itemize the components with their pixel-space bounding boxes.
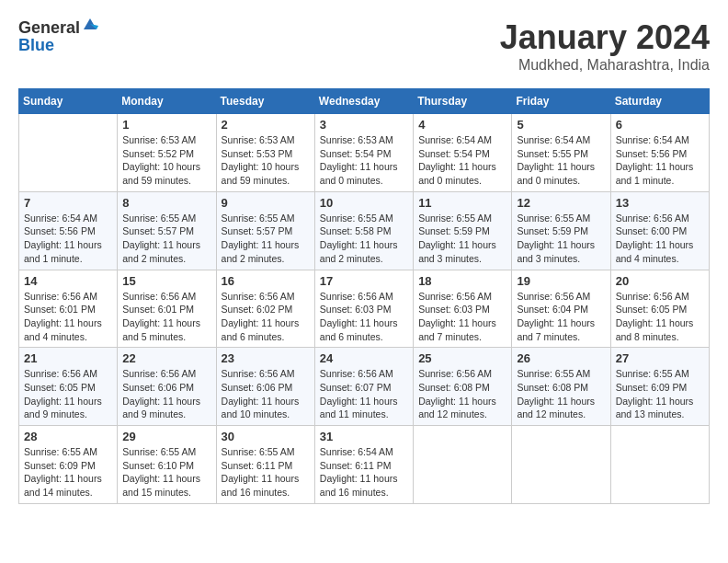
day-number: 17 — [320, 274, 408, 288]
header-monday: Monday — [118, 89, 216, 114]
day-info: Sunrise: 6:56 AM Sunset: 6:04 PM Dayligh… — [517, 290, 605, 344]
table-row: 24Sunrise: 6:56 AM Sunset: 6:07 PM Dayli… — [314, 348, 413, 426]
day-number: 24 — [320, 351, 408, 365]
table-row: 29Sunrise: 6:55 AM Sunset: 6:10 PM Dayli… — [118, 426, 216, 504]
day-info: Sunrise: 6:55 AM Sunset: 5:58 PM Dayligh… — [320, 212, 408, 266]
day-number: 20 — [616, 274, 704, 288]
day-number: 14 — [24, 274, 112, 288]
day-number: 13 — [616, 196, 704, 210]
calendar-header-row: Sunday Monday Tuesday Wednesday Thursday… — [19, 89, 710, 114]
day-number: 29 — [122, 430, 210, 443]
logo: General Blue — [18, 18, 98, 55]
day-info: Sunrise: 6:56 AM Sunset: 6:02 PM Dayligh… — [222, 290, 310, 344]
day-number: 12 — [517, 196, 605, 210]
page-header: General Blue January 2024 Mudkhed, Mahar… — [18, 18, 710, 74]
day-number: 5 — [517, 118, 605, 132]
day-info: Sunrise: 6:56 AM Sunset: 6:00 PM Dayligh… — [616, 212, 704, 266]
day-info: Sunrise: 6:54 AM Sunset: 5:56 PM Dayligh… — [616, 133, 704, 188]
header-sunday: Sunday — [19, 89, 118, 114]
day-info: Sunrise: 6:56 AM Sunset: 6:01 PM Dayligh… — [122, 290, 210, 344]
day-number: 28 — [24, 430, 112, 443]
day-number: 23 — [222, 351, 310, 365]
logo-icon — [82, 17, 98, 33]
day-number: 31 — [320, 430, 408, 443]
day-number: 7 — [24, 196, 112, 210]
table-row — [610, 426, 709, 504]
day-number: 30 — [222, 430, 310, 443]
table-row: 13Sunrise: 6:56 AM Sunset: 6:00 PM Dayli… — [610, 191, 709, 270]
day-number: 19 — [517, 274, 605, 288]
day-info: Sunrise: 6:55 AM Sunset: 5:57 PM Dayligh… — [122, 212, 210, 266]
day-info: Sunrise: 6:55 AM Sunset: 5:59 PM Dayligh… — [517, 212, 605, 266]
day-number: 15 — [122, 274, 210, 288]
day-number: 11 — [418, 196, 506, 210]
table-row: 8Sunrise: 6:55 AM Sunset: 5:57 PM Daylig… — [118, 191, 216, 270]
table-row: 30Sunrise: 6:55 AM Sunset: 6:11 PM Dayli… — [216, 426, 314, 504]
table-row: 19Sunrise: 6:56 AM Sunset: 6:04 PM Dayli… — [512, 270, 610, 348]
table-row: 31Sunrise: 6:54 AM Sunset: 6:11 PM Dayli… — [314, 426, 413, 504]
calendar-week-row: 21Sunrise: 6:56 AM Sunset: 6:05 PM Dayli… — [19, 348, 710, 426]
day-info: Sunrise: 6:53 AM Sunset: 5:53 PM Dayligh… — [222, 133, 310, 188]
day-info: Sunrise: 6:55 AM Sunset: 6:09 PM Dayligh… — [616, 367, 704, 421]
table-row: 23Sunrise: 6:56 AM Sunset: 6:06 PM Dayli… — [216, 348, 314, 426]
day-number: 22 — [122, 351, 210, 365]
table-row — [19, 114, 118, 192]
day-number: 26 — [517, 351, 605, 365]
table-row: 17Sunrise: 6:56 AM Sunset: 6:03 PM Dayli… — [314, 270, 413, 348]
table-row: 4Sunrise: 6:54 AM Sunset: 5:54 PM Daylig… — [414, 114, 512, 192]
day-info: Sunrise: 6:56 AM Sunset: 6:03 PM Dayligh… — [320, 290, 408, 344]
day-info: Sunrise: 6:53 AM Sunset: 5:52 PM Dayligh… — [122, 133, 210, 188]
day-number: 27 — [616, 351, 704, 365]
calendar-week-row: 14Sunrise: 6:56 AM Sunset: 6:01 PM Dayli… — [19, 270, 710, 348]
day-info: Sunrise: 6:56 AM Sunset: 6:05 PM Dayligh… — [24, 367, 112, 421]
day-info: Sunrise: 6:54 AM Sunset: 5:56 PM Dayligh… — [24, 212, 112, 266]
table-row: 5Sunrise: 6:54 AM Sunset: 5:55 PM Daylig… — [512, 114, 610, 192]
table-row: 2Sunrise: 6:53 AM Sunset: 5:53 PM Daylig… — [216, 114, 314, 192]
table-row — [414, 426, 512, 504]
table-row: 26Sunrise: 6:55 AM Sunset: 6:08 PM Dayli… — [512, 348, 610, 426]
table-row: 15Sunrise: 6:56 AM Sunset: 6:01 PM Dayli… — [118, 270, 216, 348]
day-info: Sunrise: 6:55 AM Sunset: 6:09 PM Dayligh… — [24, 445, 112, 500]
table-row: 1Sunrise: 6:53 AM Sunset: 5:52 PM Daylig… — [118, 114, 216, 192]
table-row: 16Sunrise: 6:56 AM Sunset: 6:02 PM Dayli… — [216, 270, 314, 348]
table-row: 20Sunrise: 6:56 AM Sunset: 6:05 PM Dayli… — [610, 270, 709, 348]
logo-blue: Blue — [18, 36, 54, 54]
header-tuesday: Tuesday — [216, 89, 314, 114]
header-wednesday: Wednesday — [314, 89, 413, 114]
table-row: 21Sunrise: 6:56 AM Sunset: 6:05 PM Dayli… — [19, 348, 118, 426]
header-friday: Friday — [512, 89, 610, 114]
day-info: Sunrise: 6:56 AM Sunset: 6:05 PM Dayligh… — [616, 290, 704, 344]
day-number: 2 — [222, 118, 310, 132]
day-number: 4 — [418, 118, 506, 132]
day-number: 10 — [320, 196, 408, 210]
day-number: 18 — [418, 274, 506, 288]
day-number: 6 — [616, 118, 704, 132]
month-year-title: January 2024 — [500, 18, 710, 57]
table-row: 9Sunrise: 6:55 AM Sunset: 5:57 PM Daylig… — [216, 191, 314, 270]
table-row: 7Sunrise: 6:54 AM Sunset: 5:56 PM Daylig… — [19, 191, 118, 270]
table-row: 22Sunrise: 6:56 AM Sunset: 6:06 PM Dayli… — [118, 348, 216, 426]
header-saturday: Saturday — [610, 89, 709, 114]
location-subtitle: Mudkhed, Maharashtra, India — [500, 57, 710, 74]
day-info: Sunrise: 6:55 AM Sunset: 6:10 PM Dayligh… — [122, 445, 210, 500]
day-info: Sunrise: 6:56 AM Sunset: 6:01 PM Dayligh… — [24, 290, 112, 344]
table-row: 10Sunrise: 6:55 AM Sunset: 5:58 PM Dayli… — [314, 191, 413, 270]
logo-general: General — [18, 18, 80, 38]
day-info: Sunrise: 6:56 AM Sunset: 6:08 PM Dayligh… — [418, 367, 506, 421]
calendar-week-row: 7Sunrise: 6:54 AM Sunset: 5:56 PM Daylig… — [19, 191, 710, 270]
table-row: 14Sunrise: 6:56 AM Sunset: 6:01 PM Dayli… — [19, 270, 118, 348]
day-number: 25 — [418, 351, 506, 365]
day-info: Sunrise: 6:55 AM Sunset: 5:57 PM Dayligh… — [222, 212, 310, 266]
day-info: Sunrise: 6:56 AM Sunset: 6:06 PM Dayligh… — [222, 367, 310, 421]
day-info: Sunrise: 6:53 AM Sunset: 5:54 PM Dayligh… — [320, 133, 408, 188]
header-thursday: Thursday — [414, 89, 512, 114]
table-row: 3Sunrise: 6:53 AM Sunset: 5:54 PM Daylig… — [314, 114, 413, 192]
day-info: Sunrise: 6:56 AM Sunset: 6:07 PM Dayligh… — [320, 367, 408, 421]
day-number: 21 — [24, 351, 112, 365]
table-row: 25Sunrise: 6:56 AM Sunset: 6:08 PM Dayli… — [414, 348, 512, 426]
table-row — [512, 426, 610, 504]
day-info: Sunrise: 6:54 AM Sunset: 5:54 PM Dayligh… — [418, 133, 506, 188]
table-row: 11Sunrise: 6:55 AM Sunset: 5:59 PM Dayli… — [414, 191, 512, 270]
day-info: Sunrise: 6:54 AM Sunset: 6:11 PM Dayligh… — [320, 445, 408, 500]
day-info: Sunrise: 6:56 AM Sunset: 6:03 PM Dayligh… — [418, 290, 506, 344]
